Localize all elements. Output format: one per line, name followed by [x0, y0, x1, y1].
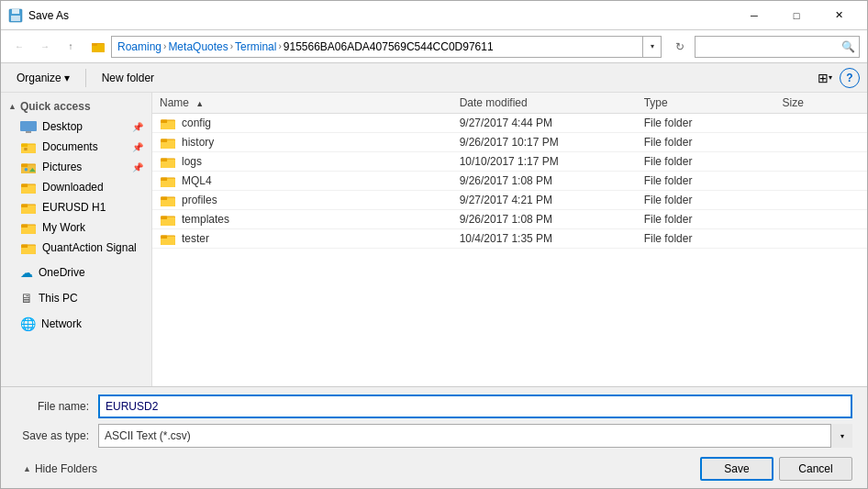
- sidebar-item-desktop[interactable]: Desktop 📌: [1, 117, 151, 137]
- sidebar-item-thispc[interactable]: 🖥 This PC: [1, 287, 151, 309]
- organize-button[interactable]: Organize ▾: [8, 67, 78, 89]
- folder-icon: [160, 194, 176, 206]
- col-header-name[interactable]: Name ▲: [152, 93, 452, 114]
- window-title: Save As: [28, 9, 69, 22]
- table-row[interactable]: config 9/27/2017 4:44 PMFile folder: [152, 114, 867, 133]
- refresh-button[interactable]: ↻: [669, 36, 691, 58]
- file-name: history: [182, 136, 214, 149]
- file-date-cell: 9/26/2017 1:08 PM: [452, 172, 637, 191]
- file-date-cell: 9/27/2017 4:21 PM: [452, 191, 637, 210]
- search-input[interactable]: [699, 40, 841, 53]
- pictures-icon: [20, 161, 37, 173]
- file-type-cell: File folder: [637, 133, 775, 152]
- new-folder-button[interactable]: New folder: [94, 67, 162, 89]
- svg-text:≡: ≡: [24, 146, 28, 152]
- col-header-size[interactable]: Size: [774, 93, 867, 114]
- file-row-content: profiles: [160, 194, 445, 206]
- file-size-cell: [774, 210, 867, 229]
- table-row[interactable]: tester 10/4/2017 1:35 PMFile folder: [152, 229, 867, 249]
- network-icon: 🌐: [20, 317, 36, 331]
- folder-icon: [160, 136, 176, 149]
- eurusd-label: EURUSD H1: [42, 201, 106, 214]
- downloaded-label: Downloaded: [42, 181, 104, 194]
- up-button[interactable]: ↑: [60, 36, 82, 58]
- file-date-cell: 9/26/2017 10:17 PM: [452, 133, 637, 152]
- forward-button[interactable]: →: [34, 36, 56, 58]
- breadcrumb-metaquotes[interactable]: MetaQuotes: [168, 40, 228, 53]
- quick-access-section: ▲ Quick access Desktop 📌 ≡ Documents 📌: [1, 96, 151, 258]
- file-panel: Name ▲ Date modified Type Size: [152, 93, 867, 386]
- organize-arrow: ▾: [64, 72, 70, 84]
- sidebar-item-eurusd[interactable]: EURUSD H1: [1, 197, 151, 217]
- file-type-cell: File folder: [637, 229, 775, 249]
- sidebar-item-mywork[interactable]: My Work: [1, 217, 151, 238]
- filename-label: File name:: [16, 400, 98, 413]
- sidebar-item-pictures[interactable]: Pictures 📌: [1, 157, 151, 177]
- svg-rect-7: [26, 131, 31, 133]
- organize-label: Organize: [17, 72, 61, 84]
- folder-icon: [160, 232, 176, 245]
- file-size-cell: [774, 114, 867, 133]
- file-name: MQL4: [182, 174, 212, 187]
- file-name-cell: config: [152, 114, 452, 133]
- onedrive-label: OneDrive: [39, 266, 85, 279]
- table-row[interactable]: profiles 9/27/2017 4:21 PMFile folder: [152, 191, 867, 210]
- hide-folders-button[interactable]: ▲ Hide Folders: [16, 458, 105, 480]
- folder-icon: [160, 213, 176, 226]
- svg-rect-26: [21, 225, 28, 228]
- table-header-row: Name ▲ Date modified Type Size: [152, 93, 867, 114]
- breadcrumb-dropdown[interactable]: ▾: [643, 36, 662, 58]
- quick-access-arrow: ▲: [8, 102, 17, 111]
- svg-rect-32: [161, 120, 167, 124]
- mywork-label: My Work: [42, 221, 85, 234]
- svg-rect-1: [12, 9, 19, 14]
- close-button[interactable]: ✕: [818, 1, 860, 30]
- file-rows: config 9/27/2017 4:44 PMFile folder hist…: [152, 114, 867, 249]
- title-bar: Save As ─ □ ✕: [1, 1, 867, 30]
- filetype-select[interactable]: ASCII Text (*.csv): [98, 424, 852, 448]
- thispc-label: This PC: [39, 292, 78, 305]
- search-icon: 🔍: [841, 40, 855, 53]
- quantaction-icon: [20, 241, 37, 254]
- table-row[interactable]: logs 10/10/2017 1:17 PMFile folder: [152, 152, 867, 172]
- breadcrumb-roaming[interactable]: Roaming: [117, 40, 161, 53]
- maximize-button[interactable]: □: [775, 1, 818, 30]
- table-row[interactable]: history 9/26/2017 10:17 PMFile folder: [152, 133, 867, 152]
- quantaction-label: QuantAction Signal: [42, 241, 137, 254]
- minimize-button[interactable]: ─: [733, 1, 775, 30]
- new-folder-label: New folder: [102, 72, 154, 84]
- table-row[interactable]: templates 9/26/2017 1:08 PMFile folder: [152, 210, 867, 229]
- sidebar-item-quantaction[interactable]: QuantAction Signal: [1, 238, 151, 258]
- view-button[interactable]: ⊞ ▾: [814, 67, 836, 89]
- desktop-icon: [20, 120, 37, 133]
- file-type-cell: File folder: [637, 114, 775, 133]
- svg-rect-41: [161, 178, 167, 182]
- svg-rect-6: [20, 121, 37, 131]
- svg-rect-2: [11, 16, 20, 21]
- sidebar-item-downloaded[interactable]: Downloaded: [1, 177, 151, 197]
- sidebar-item-onedrive[interactable]: ☁ OneDrive: [1, 261, 151, 283]
- save-button[interactable]: Save: [700, 457, 773, 481]
- breadcrumb-bar: Roaming › MetaQuotes › Terminal › 915566…: [111, 36, 643, 58]
- filename-input[interactable]: [98, 395, 852, 418]
- col-header-date[interactable]: Date modified: [452, 93, 637, 114]
- table-row[interactable]: MQL4 9/26/2017 1:08 PMFile folder: [152, 172, 867, 191]
- file-size-cell: [774, 172, 867, 191]
- svg-rect-38: [161, 159, 167, 162]
- col-header-type[interactable]: Type: [637, 93, 775, 114]
- pictures-label: Pictures: [42, 161, 82, 173]
- file-date-cell: 10/4/2017 1:35 PM: [452, 229, 637, 249]
- quick-access-header[interactable]: ▲ Quick access: [1, 96, 151, 117]
- sidebar-item-documents[interactable]: ≡ Documents 📌: [1, 137, 151, 157]
- file-date-cell: 9/26/2017 1:08 PM: [452, 210, 637, 229]
- breadcrumb-current: 915566BA06ADA407569C544CC0D97611: [284, 40, 494, 53]
- address-bar: ← → ↑ Roaming › MetaQuotes › Terminal › …: [1, 30, 867, 63]
- sidebar: ▲ Quick access Desktop 📌 ≡ Documents 📌: [1, 93, 152, 386]
- file-row-content: config: [160, 117, 445, 129]
- sidebar-item-network[interactable]: 🌐 Network: [1, 313, 151, 335]
- help-button[interactable]: ?: [840, 68, 860, 88]
- breadcrumb-terminal[interactable]: Terminal: [235, 40, 276, 53]
- cancel-button[interactable]: Cancel: [779, 457, 852, 481]
- back-button[interactable]: ←: [8, 36, 30, 58]
- documents-label: Documents: [42, 140, 98, 153]
